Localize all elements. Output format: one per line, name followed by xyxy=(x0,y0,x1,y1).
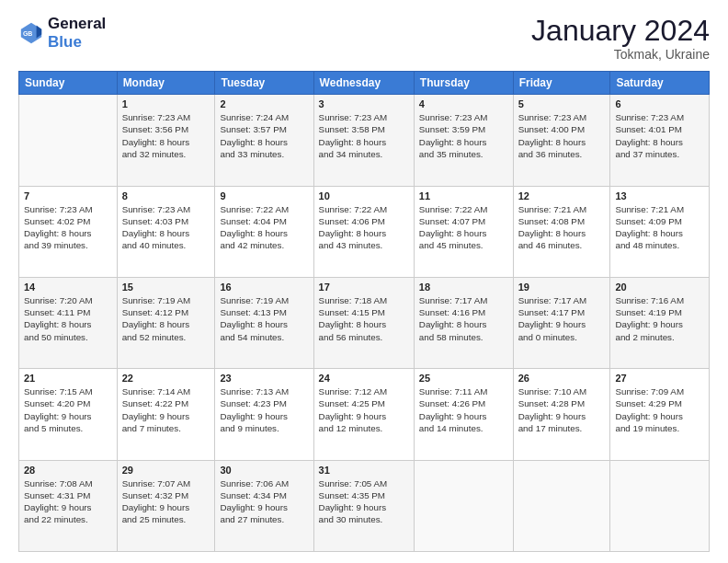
day-info: Sunrise: 7:08 AM Sunset: 4:31 PM Dayligh… xyxy=(24,477,112,526)
day-cell: 22Sunrise: 7:14 AM Sunset: 4:22 PM Dayli… xyxy=(117,369,215,460)
day-cell: 20Sunrise: 7:16 AM Sunset: 4:19 PM Dayli… xyxy=(610,277,710,368)
day-number: 1 xyxy=(122,98,210,109)
day-info: Sunrise: 7:23 AM Sunset: 4:01 PM Dayligh… xyxy=(615,111,704,160)
day-cell: 2Sunrise: 7:24 AM Sunset: 3:57 PM Daylig… xyxy=(215,95,313,186)
day-cell: 8Sunrise: 7:23 AM Sunset: 4:03 PM Daylig… xyxy=(117,186,215,277)
day-info: Sunrise: 7:07 AM Sunset: 4:32 PM Dayligh… xyxy=(122,477,210,526)
day-cell xyxy=(414,460,513,551)
day-cell: 16Sunrise: 7:19 AM Sunset: 4:13 PM Dayli… xyxy=(215,277,313,368)
day-info: Sunrise: 7:12 AM Sunset: 4:25 PM Dayligh… xyxy=(319,385,409,434)
day-cell: 18Sunrise: 7:17 AM Sunset: 4:16 PM Dayli… xyxy=(414,277,513,368)
day-cell: 29Sunrise: 7:07 AM Sunset: 4:32 PM Dayli… xyxy=(117,460,215,551)
day-number: 11 xyxy=(419,190,508,201)
day-cell xyxy=(19,95,118,186)
calendar-body: 1Sunrise: 7:23 AM Sunset: 3:56 PM Daylig… xyxy=(19,95,710,552)
day-cell: 23Sunrise: 7:13 AM Sunset: 4:23 PM Dayli… xyxy=(215,369,313,460)
day-number: 29 xyxy=(122,465,210,476)
col-tuesday: Tuesday xyxy=(215,72,313,95)
day-cell xyxy=(610,460,710,551)
day-number: 2 xyxy=(220,98,308,109)
header: GB General Blue January 2024 Tokmak, Ukr… xyxy=(18,15,710,62)
logo-line1: General xyxy=(48,15,106,33)
week-row-3: 14Sunrise: 7:20 AM Sunset: 4:11 PM Dayli… xyxy=(19,277,710,368)
day-info: Sunrise: 7:17 AM Sunset: 4:17 PM Dayligh… xyxy=(518,294,606,343)
day-info: Sunrise: 7:18 AM Sunset: 4:15 PM Dayligh… xyxy=(319,294,409,343)
day-cell: 9Sunrise: 7:22 AM Sunset: 4:04 PM Daylig… xyxy=(215,186,313,277)
day-number: 10 xyxy=(319,190,409,201)
day-info: Sunrise: 7:21 AM Sunset: 4:08 PM Dayligh… xyxy=(518,203,606,252)
day-cell: 26Sunrise: 7:10 AM Sunset: 4:28 PM Dayli… xyxy=(513,369,610,460)
day-info: Sunrise: 7:20 AM Sunset: 4:11 PM Dayligh… xyxy=(24,294,112,343)
day-cell: 21Sunrise: 7:15 AM Sunset: 4:20 PM Dayli… xyxy=(19,369,118,460)
col-friday: Friday xyxy=(513,72,610,95)
day-number: 26 xyxy=(518,373,606,384)
day-info: Sunrise: 7:22 AM Sunset: 4:04 PM Dayligh… xyxy=(220,203,308,252)
day-info: Sunrise: 7:06 AM Sunset: 4:34 PM Dayligh… xyxy=(220,477,308,526)
day-info: Sunrise: 7:16 AM Sunset: 4:19 PM Dayligh… xyxy=(615,294,704,343)
day-cell: 14Sunrise: 7:20 AM Sunset: 4:11 PM Dayli… xyxy=(19,277,118,368)
day-number: 3 xyxy=(319,98,409,109)
day-cell: 28Sunrise: 7:08 AM Sunset: 4:31 PM Dayli… xyxy=(19,460,118,551)
day-cell: 10Sunrise: 7:22 AM Sunset: 4:06 PM Dayli… xyxy=(313,186,414,277)
col-thursday: Thursday xyxy=(414,72,513,95)
day-cell: 4Sunrise: 7:23 AM Sunset: 3:59 PM Daylig… xyxy=(414,95,513,186)
col-sunday: Sunday xyxy=(19,72,118,95)
day-number: 20 xyxy=(615,282,704,293)
day-info: Sunrise: 7:21 AM Sunset: 4:09 PM Dayligh… xyxy=(615,203,704,252)
day-info: Sunrise: 7:19 AM Sunset: 4:12 PM Dayligh… xyxy=(122,294,210,343)
day-info: Sunrise: 7:23 AM Sunset: 4:00 PM Dayligh… xyxy=(518,111,606,160)
day-cell: 1Sunrise: 7:23 AM Sunset: 3:56 PM Daylig… xyxy=(117,95,215,186)
header-row: Sunday Monday Tuesday Wednesday Thursday… xyxy=(19,72,710,95)
day-cell: 15Sunrise: 7:19 AM Sunset: 4:12 PM Dayli… xyxy=(117,277,215,368)
day-number: 28 xyxy=(24,465,112,476)
calendar-header: Sunday Monday Tuesday Wednesday Thursday… xyxy=(19,72,710,95)
day-info: Sunrise: 7:13 AM Sunset: 4:23 PM Dayligh… xyxy=(220,385,308,434)
logo-icon: GB xyxy=(18,20,44,46)
day-cell: 30Sunrise: 7:06 AM Sunset: 4:34 PM Dayli… xyxy=(215,460,313,551)
day-number: 4 xyxy=(419,98,508,109)
day-cell: 3Sunrise: 7:23 AM Sunset: 3:58 PM Daylig… xyxy=(313,95,414,186)
day-number: 31 xyxy=(319,465,409,476)
day-number: 18 xyxy=(419,282,508,293)
day-number: 27 xyxy=(615,373,704,384)
day-info: Sunrise: 7:17 AM Sunset: 4:16 PM Dayligh… xyxy=(419,294,508,343)
day-number: 5 xyxy=(518,98,606,109)
day-info: Sunrise: 7:19 AM Sunset: 4:13 PM Dayligh… xyxy=(220,294,308,343)
day-number: 14 xyxy=(24,282,112,293)
week-row-4: 21Sunrise: 7:15 AM Sunset: 4:20 PM Dayli… xyxy=(19,369,710,460)
col-saturday: Saturday xyxy=(610,72,710,95)
day-number: 12 xyxy=(518,190,606,201)
day-number: 22 xyxy=(122,373,210,384)
day-number: 6 xyxy=(615,98,704,109)
day-info: Sunrise: 7:23 AM Sunset: 3:56 PM Dayligh… xyxy=(122,111,210,160)
day-info: Sunrise: 7:10 AM Sunset: 4:28 PM Dayligh… xyxy=(518,385,606,434)
day-cell: 24Sunrise: 7:12 AM Sunset: 4:25 PM Dayli… xyxy=(313,369,414,460)
day-cell xyxy=(513,460,610,551)
day-info: Sunrise: 7:14 AM Sunset: 4:22 PM Dayligh… xyxy=(122,385,210,434)
day-number: 15 xyxy=(122,282,210,293)
day-number: 9 xyxy=(220,190,308,201)
day-number: 24 xyxy=(319,373,409,384)
day-info: Sunrise: 7:23 AM Sunset: 3:58 PM Dayligh… xyxy=(319,111,409,160)
logo: GB General Blue xyxy=(18,15,106,51)
day-cell: 17Sunrise: 7:18 AM Sunset: 4:15 PM Dayli… xyxy=(313,277,414,368)
logo-line2: Blue xyxy=(48,33,106,52)
calendar-table: Sunday Monday Tuesday Wednesday Thursday… xyxy=(18,71,710,552)
day-number: 13 xyxy=(615,190,704,201)
day-number: 30 xyxy=(220,465,308,476)
subtitle: Tokmak, Ukraine xyxy=(531,47,710,62)
day-number: 7 xyxy=(24,190,112,201)
day-info: Sunrise: 7:22 AM Sunset: 4:07 PM Dayligh… xyxy=(419,203,508,252)
week-row-5: 28Sunrise: 7:08 AM Sunset: 4:31 PM Dayli… xyxy=(19,460,710,551)
day-info: Sunrise: 7:23 AM Sunset: 3:59 PM Dayligh… xyxy=(419,111,508,160)
col-monday: Monday xyxy=(117,72,215,95)
week-row-1: 1Sunrise: 7:23 AM Sunset: 3:56 PM Daylig… xyxy=(19,95,710,186)
day-number: 16 xyxy=(220,282,308,293)
day-cell: 12Sunrise: 7:21 AM Sunset: 4:08 PM Dayli… xyxy=(513,186,610,277)
day-info: Sunrise: 7:23 AM Sunset: 4:03 PM Dayligh… xyxy=(122,203,210,252)
svg-text:GB: GB xyxy=(23,29,33,36)
day-cell: 6Sunrise: 7:23 AM Sunset: 4:01 PM Daylig… xyxy=(610,95,710,186)
day-info: Sunrise: 7:09 AM Sunset: 4:29 PM Dayligh… xyxy=(615,385,704,434)
main-title: January 2024 xyxy=(531,15,710,47)
day-number: 23 xyxy=(220,373,308,384)
